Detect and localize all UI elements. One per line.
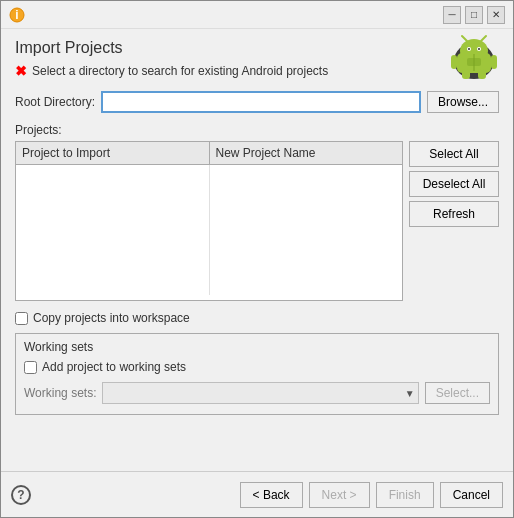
- copy-checkbox-row: Copy projects into workspace: [15, 311, 499, 325]
- app-icon: i: [9, 7, 25, 23]
- subtitle-text: Select a directory to search for existin…: [32, 64, 328, 78]
- svg-line-9: [462, 36, 467, 41]
- minimize-button[interactable]: ─: [443, 6, 461, 24]
- table-header: Project to Import New Project Name: [16, 142, 402, 165]
- projects-area: Project to Import New Project Name Selec…: [15, 141, 499, 301]
- working-sets-dropdown[interactable]: [102, 382, 418, 404]
- maximize-button[interactable]: □: [465, 6, 483, 24]
- svg-rect-14: [478, 69, 486, 79]
- svg-rect-13: [462, 69, 470, 79]
- error-icon: ✖: [15, 63, 27, 79]
- dialog-title: Import Projects: [15, 39, 499, 57]
- copy-projects-label: Copy projects into workspace: [33, 311, 190, 325]
- svg-rect-12: [491, 55, 497, 69]
- title-bar: i ─ □ ✕: [1, 1, 513, 29]
- select-working-sets-button[interactable]: Select...: [425, 382, 490, 404]
- col-new-project-name: New Project Name: [210, 142, 403, 164]
- svg-text:i: i: [15, 8, 18, 22]
- android-logo: [449, 31, 499, 81]
- svg-rect-16: [467, 58, 481, 66]
- dialog-content: Import Projects ✖ Select a directory to …: [1, 29, 513, 435]
- title-bar-left: i: [9, 7, 25, 23]
- working-sets-dropdown-wrapper: ▼: [102, 382, 418, 404]
- bottom-bar: ? < Back Next > Finish Cancel: [1, 471, 513, 517]
- projects-label: Projects:: [15, 123, 499, 137]
- projects-table: Project to Import New Project Name: [15, 141, 403, 301]
- finish-button[interactable]: Finish: [376, 482, 434, 508]
- svg-point-7: [468, 48, 470, 50]
- back-button[interactable]: < Back: [240, 482, 303, 508]
- copy-projects-checkbox[interactable]: [15, 312, 28, 325]
- select-all-button[interactable]: Select All: [409, 141, 499, 167]
- table-col-2: [210, 165, 403, 295]
- working-sets-input-row: Working sets: ▼ Select...: [24, 382, 490, 404]
- dialog-subtitle: ✖ Select a directory to search for exist…: [15, 63, 499, 79]
- deselect-all-button[interactable]: Deselect All: [409, 171, 499, 197]
- svg-point-8: [478, 48, 480, 50]
- working-sets-legend: Working sets: [24, 340, 490, 354]
- next-button[interactable]: Next >: [309, 482, 370, 508]
- root-directory-row: Root Directory: Browse...: [15, 91, 499, 113]
- browse-button[interactable]: Browse...: [427, 91, 499, 113]
- cancel-button[interactable]: Cancel: [440, 482, 503, 508]
- working-sets-label: Working sets:: [24, 386, 96, 400]
- root-dir-label: Root Directory:: [15, 95, 95, 109]
- add-working-set-row: Add project to working sets: [24, 360, 490, 374]
- svg-line-10: [481, 36, 486, 41]
- root-dir-input[interactable]: [101, 91, 421, 113]
- close-button[interactable]: ✕: [487, 6, 505, 24]
- help-icon[interactable]: ?: [11, 485, 31, 505]
- title-controls: ─ □ ✕: [443, 6, 505, 24]
- add-to-working-sets-checkbox[interactable]: [24, 361, 37, 374]
- table-col-1: [16, 165, 210, 295]
- working-sets-group: Working sets Add project to working sets…: [15, 333, 499, 415]
- add-to-working-sets-label: Add project to working sets: [42, 360, 186, 374]
- refresh-button[interactable]: Refresh: [409, 201, 499, 227]
- svg-rect-11: [451, 55, 457, 69]
- table-body: [16, 165, 402, 295]
- bottom-left: ?: [11, 485, 31, 505]
- projects-buttons: Select All Deselect All Refresh: [409, 141, 499, 301]
- bottom-right: < Back Next > Finish Cancel: [240, 482, 503, 508]
- col-project-to-import: Project to Import: [16, 142, 210, 164]
